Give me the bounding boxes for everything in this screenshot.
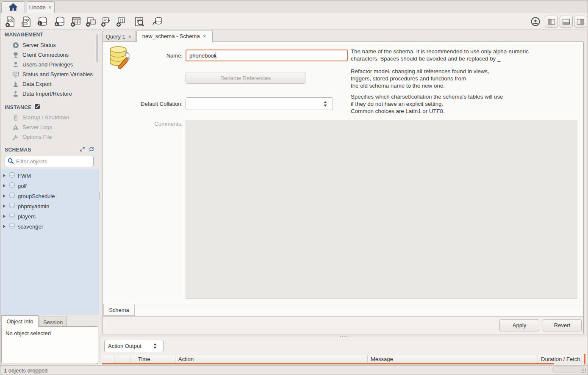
system-variables-icon xyxy=(12,71,19,78)
status-bar: 1 objects dropped xyxy=(0,365,588,375)
tab-object-info[interactable]: Object Info xyxy=(1,315,39,327)
schema-icon xyxy=(9,223,15,230)
column-header-duration[interactable]: Duration / Fetch xyxy=(541,356,588,362)
tab-query-1[interactable]: Query 1 × xyxy=(102,31,136,42)
create-schema-icon[interactable] xyxy=(53,16,67,28)
create-table-icon[interactable] xyxy=(68,16,83,28)
search-table-data-icon[interactable] xyxy=(132,16,146,28)
sidebar-item-client-connections[interactable]: Client Connections xyxy=(0,50,99,59)
expand-schemas-icon[interactable] xyxy=(80,146,85,153)
users-privileges-icon xyxy=(12,61,19,68)
tab-schema-bottom[interactable]: Schema xyxy=(103,304,135,316)
horizontal-scrollbar[interactable] xyxy=(552,367,586,372)
assistant-icon[interactable] xyxy=(528,16,543,28)
column-header-message[interactable]: Message xyxy=(371,356,393,362)
column-header-action[interactable]: Action xyxy=(178,356,194,362)
drop-indicator-line xyxy=(102,363,554,364)
close-icon[interactable]: × xyxy=(128,33,133,40)
revert-button[interactable]: Revert xyxy=(543,319,582,331)
schema-icon xyxy=(9,192,15,200)
spinner-arrows-icon[interactable] xyxy=(150,343,160,349)
expander-icon[interactable] xyxy=(3,204,6,208)
home-tab[interactable] xyxy=(1,1,25,13)
tab-new-schema[interactable]: new_schema - Schema × xyxy=(136,30,213,42)
close-icon[interactable]: × xyxy=(47,4,53,11)
sidebar-item-data-import[interactable]: Data Import/Restore xyxy=(0,89,99,98)
startup-shutdown-icon xyxy=(12,114,19,121)
create-view-icon[interactable] xyxy=(83,16,98,28)
spinner-arrows-icon[interactable] xyxy=(321,101,330,107)
apply-button[interactable]: Apply xyxy=(499,319,539,331)
collation-help-text: Specifies which charset/collation the sc… xyxy=(351,93,575,115)
sidebar-item-server-logs[interactable]: Server Logs xyxy=(0,123,99,132)
sidebar-item-options-file[interactable]: Options File xyxy=(0,132,99,141)
toggle-left-panel-icon[interactable] xyxy=(545,16,558,28)
close-icon[interactable]: × xyxy=(202,33,207,39)
schema-item-golf[interactable]: golf xyxy=(0,181,99,191)
data-import-icon xyxy=(12,91,19,97)
schema-icon xyxy=(9,212,15,220)
schema-item-players[interactable]: players xyxy=(0,211,99,221)
schema-item-scavenger[interactable]: scavenger xyxy=(0,221,99,232)
schema-item-phpmyadmin[interactable]: phpmyadmin xyxy=(0,201,99,211)
client-connections-icon xyxy=(12,52,19,58)
management-section-header: MANAGEMENT xyxy=(5,32,96,38)
name-label: Name: xyxy=(128,52,183,59)
column-header-time[interactable]: Time xyxy=(138,356,150,362)
toggle-right-panel-icon[interactable] xyxy=(574,16,587,28)
instance-config-icon[interactable] xyxy=(34,104,40,111)
instance-section-header: INSTANCE xyxy=(5,104,96,111)
resize-grip[interactable] xyxy=(581,368,586,373)
inspect-database-icon[interactable]: i xyxy=(35,16,50,28)
expander-icon[interactable] xyxy=(3,174,6,177)
schema-icon xyxy=(9,182,15,190)
search-icon xyxy=(8,158,14,165)
create-function-icon[interactable]: { } xyxy=(114,16,128,28)
sidebar-item-system-variables[interactable]: Status and System Variables xyxy=(0,70,99,79)
toggle-bottom-panel-icon[interactable] xyxy=(560,16,573,28)
server-logs-icon xyxy=(12,124,19,131)
home-icon xyxy=(8,3,18,12)
column-separator xyxy=(130,355,130,363)
open-sql-script-icon[interactable]: SQL xyxy=(19,16,33,28)
object-info-message: No object selected xyxy=(6,330,51,336)
data-export-icon xyxy=(12,81,19,88)
column-separator xyxy=(114,355,114,363)
name-help-text: The name of the schema. It is recommende… xyxy=(351,48,575,62)
connection-tabbar xyxy=(0,0,588,13)
sidebar-item-server-status[interactable]: Server Status xyxy=(0,41,99,50)
svg-text:SQL: SQL xyxy=(8,19,13,22)
schema-filter[interactable] xyxy=(5,156,94,167)
text-caret xyxy=(216,52,216,59)
schema-name-input[interactable] xyxy=(186,50,348,61)
sidebar-item-startup-shutdown[interactable]: Startup / Shutdown xyxy=(0,113,99,122)
expander-icon[interactable] xyxy=(3,215,6,218)
comments-textarea[interactable] xyxy=(186,120,577,299)
editor-divider xyxy=(103,304,583,304)
column-separator xyxy=(175,355,175,363)
schema-icon xyxy=(9,172,15,179)
schema-item-groupschedule[interactable]: groupSchedule xyxy=(0,191,99,201)
schema-filter-input[interactable] xyxy=(16,158,84,165)
rename-help-text: Refactor model, changing all references … xyxy=(351,68,575,89)
rename-references-button[interactable]: Rename References xyxy=(186,72,305,84)
expander-icon[interactable] xyxy=(3,225,6,228)
output-selector[interactable]: Action Output xyxy=(104,340,164,352)
sidebar-item-users-privileges[interactable]: Users and Privileges xyxy=(0,60,99,69)
collation-label: Default Collation: xyxy=(119,101,183,107)
connection-tab-linode[interactable]: Linode × xyxy=(27,1,55,13)
refresh-schemas-icon[interactable] xyxy=(89,146,94,153)
object-info-panel: No object selected xyxy=(1,326,98,364)
expander-icon[interactable] xyxy=(3,184,6,188)
create-procedure-icon[interactable] xyxy=(99,16,113,28)
svg-text:{ }: { } xyxy=(119,18,124,22)
new-sql-tab-icon[interactable]: SQL xyxy=(3,16,17,28)
sidebar-item-data-export[interactable]: Data Export xyxy=(0,80,99,88)
collation-dropdown[interactable] xyxy=(186,97,333,110)
reconnect-dbms-icon[interactable] xyxy=(150,16,164,28)
column-separator xyxy=(538,355,538,363)
status-text: 1 objects dropped xyxy=(4,367,47,374)
schema-item-fwm[interactable]: FWM xyxy=(0,171,99,181)
expander-icon[interactable] xyxy=(3,194,6,198)
schemas-section-header: SCHEMAS xyxy=(5,146,94,153)
